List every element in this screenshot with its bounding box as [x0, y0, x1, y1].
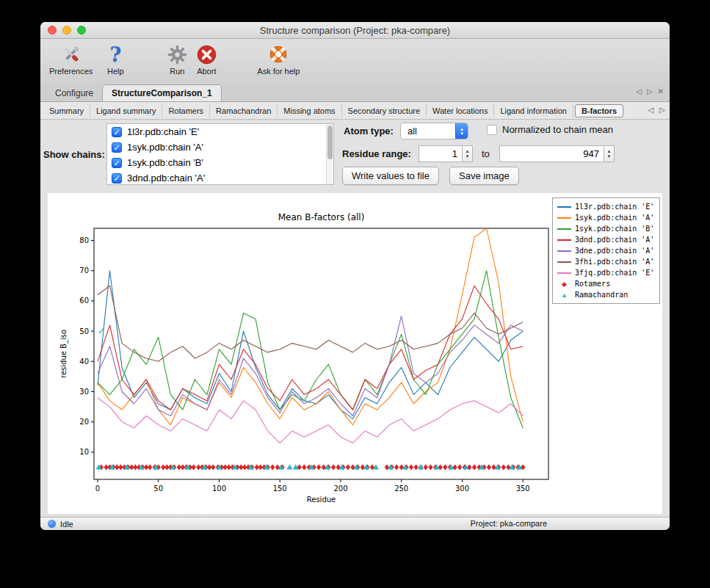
traffic-lights [48, 26, 86, 35]
subtab-scroll-left-icon[interactable]: ◁ [648, 106, 654, 114]
tab-missing-atoms[interactable]: Missing atoms [278, 104, 341, 117]
legend-line-sample [557, 206, 571, 208]
residue-to-input[interactable] [500, 146, 604, 161]
tab-water-locations[interactable]: Water locations [427, 104, 494, 117]
residue-from-input[interactable] [419, 146, 462, 161]
svg-text:80: 80 [79, 236, 89, 244]
show-chains-label: Show chains: [43, 149, 105, 160]
chain-list-item[interactable]: ✓1l3r.pdb:chain 'E' [107, 124, 333, 139]
normalized-checkbox[interactable] [487, 125, 497, 135]
tab-scroll-left-icon[interactable]: ◁ [636, 87, 642, 95]
tab-ligand-summary[interactable]: Ligand summary [90, 104, 162, 117]
tab-ramachandran[interactable]: Ramachandran [210, 104, 278, 117]
zoom-window-button[interactable] [77, 26, 86, 35]
svg-text:150: 150 [273, 484, 287, 493]
status-bar: Idle Project: pka-compare [40, 517, 670, 530]
chain-checkbox[interactable]: ✓ [112, 173, 122, 184]
subtab-scroll-right-icon[interactable]: ▷ [659, 106, 665, 114]
main-tab-bar: Configure StructureComparison_1 ◁ ▷ ✕ [40, 83, 670, 102]
abort-label: Abort [197, 67, 216, 76]
svg-text:350: 350 [516, 484, 530, 493]
residue-from-stepper[interactable]: ▲▼ [463, 145, 473, 162]
legend-entry: 1syk.pdb:chain 'A' [557, 212, 655, 223]
tab-ligand-information[interactable]: Ligand information [494, 104, 573, 117]
legend-entry: ◆Rotamers [557, 278, 655, 289]
chain-list-item[interactable]: ✓3dnd.pdb:chain 'A' [107, 170, 333, 185]
tab-summary[interactable]: Summary [43, 104, 90, 117]
legend-entry: 3fhi.pdb:chain 'A' [557, 256, 655, 267]
svg-text:50: 50 [79, 327, 89, 335]
residue-to-stepper[interactable]: ▲▼ [604, 145, 615, 162]
tab-b-factors[interactable]: B-factors [575, 104, 623, 117]
legend-line-sample [557, 217, 571, 219]
preferences-button[interactable]: Preferences [49, 43, 93, 76]
chain-checkbox[interactable]: ✓ [112, 142, 122, 153]
legend-line-sample [557, 228, 571, 230]
abort-button[interactable]: Abort [194, 43, 219, 76]
legend-label: 3fhi.pdb:chain 'A' [575, 258, 654, 266]
atom-type-value: all [401, 126, 455, 137]
chain-checkbox[interactable]: ✓ [112, 158, 122, 168]
legend-label: 3dne.pdb:chain 'A' [575, 247, 654, 255]
minimize-window-button[interactable] [62, 26, 71, 35]
tab-scroll-right-icon[interactable]: ▷ [647, 87, 653, 95]
chain-label: 1syk.pdb:chain 'B' [127, 157, 203, 168]
lifering-icon [266, 43, 291, 66]
svg-text:residue B_iso: residue B_iso [59, 330, 68, 378]
legend-line-sample [557, 261, 571, 263]
tab-configure[interactable]: Configure [46, 85, 102, 101]
svg-text:Mean B-factors (all): Mean B-factors (all) [278, 212, 365, 222]
chain-label: 1l3r.pdb:chain 'E' [127, 126, 199, 137]
svg-text:10: 10 [79, 448, 89, 456]
write-values-button[interactable]: Write values to file [342, 167, 439, 185]
svg-text:30: 30 [79, 388, 89, 396]
tab-rotamers[interactable]: Rotamers [162, 104, 210, 117]
run-button[interactable]: Run [164, 43, 189, 76]
app-window: Structure comparison (Project: pka-compa… [40, 22, 670, 530]
svg-text:20: 20 [79, 418, 89, 426]
legend-entry: 1syk.pdb:chain 'B' [557, 223, 655, 234]
svg-text:300: 300 [455, 484, 469, 493]
chain-label: 3dnd.pdb:chain 'A' [127, 173, 205, 184]
svg-text:70: 70 [79, 266, 89, 275]
residue-to-field[interactable] [499, 145, 604, 162]
chain-list-item[interactable]: ✓1syk.pdb:chain 'A' [107, 139, 333, 155]
tab-structure-comparison[interactable]: StructureComparison_1 [102, 84, 222, 101]
svg-text:✓: ✓ [98, 325, 106, 336]
close-window-button[interactable] [48, 26, 57, 35]
svg-text:40: 40 [79, 357, 89, 366]
tab-close-icon[interactable]: ✕ [658, 87, 664, 95]
range-to-label: to [482, 148, 490, 159]
legend-label: 3fjq.pdb:chain 'E' [575, 269, 654, 277]
chain-list-scrollbar[interactable] [326, 124, 333, 184]
legend-entry: ▲Ramachandran [557, 289, 655, 300]
title-bar[interactable]: Structure comparison (Project: pka-compa… [40, 22, 670, 39]
chain-list[interactable]: ✓1l3r.pdb:chain 'E'✓1syk.pdb:chain 'A'✓1… [106, 123, 334, 185]
atom-type-dropdown[interactable]: all ▲▼ [400, 123, 468, 139]
status-text: Idle [60, 520, 73, 529]
preferences-label: Preferences [49, 67, 93, 76]
window-title: Structure comparison (Project: pka-compa… [260, 25, 450, 36]
legend-label: Rotamers [575, 280, 610, 288]
svg-text:50: 50 [153, 484, 163, 493]
svg-text:250: 250 [394, 484, 408, 493]
help-question-icon: ? [103, 43, 128, 66]
chain-list-scrollbar-thumb[interactable] [327, 126, 333, 159]
help-button[interactable]: ? Help [103, 43, 128, 76]
chain-list-item[interactable]: ✓1syk.pdb:chain 'B' [107, 155, 333, 170]
save-image-button[interactable]: Save image [449, 167, 519, 185]
run-gear-icon [164, 43, 189, 66]
residue-from-field[interactable] [419, 145, 463, 162]
legend-entry: 3fjq.pdb:chain 'E' [557, 267, 655, 278]
svg-text:Residue: Residue [307, 496, 336, 504]
legend-label: 3dnd.pdb:chain 'A' [575, 236, 654, 244]
chain-label: 1syk.pdb:chain 'A' [127, 142, 203, 153]
sub-tab-nav: ◁ ▷ [648, 106, 665, 114]
controls-panel: Show chains: ✓1l3r.pdb:chain 'E'✓1syk.pd… [40, 120, 670, 193]
svg-text:60: 60 [79, 297, 89, 305]
legend-label: 1l3r.pdb:chain 'E' [575, 203, 654, 211]
tab-secondary-structure[interactable]: Secondary structure [342, 104, 427, 117]
chain-checkbox[interactable]: ✓ [112, 127, 122, 137]
run-label: Run [170, 67, 184, 76]
ask-for-help-button[interactable]: Ask for help [257, 43, 300, 76]
